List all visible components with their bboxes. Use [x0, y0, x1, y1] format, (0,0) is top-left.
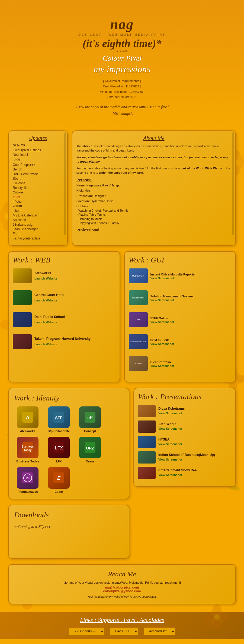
gui-thumb-item-1: MULTISITE R — [129, 268, 148, 283]
list-item: Fantasy-interactive — [13, 236, 63, 240]
pres-info-4: Indian School of Business(Mock-Up) View … — [158, 453, 215, 462]
web-link-1[interactable]: Launch Website — [34, 277, 57, 280]
list-item: Seriph — [13, 167, 63, 171]
supports-select[interactable]: ~~ Supports~~ — [69, 627, 104, 635]
personal-section: Personal Name: Nageswara Rao V Janga Nic… — [76, 178, 231, 232]
requirements-title: [ Colourpixel Requirements ] — [5, 78, 239, 84]
logo-atenworks: A — [17, 406, 38, 428]
work-web-gui-row: Work : WEB Atenworks Launch Website Cent… — [8, 251, 236, 382]
footer-title: Links : Supports . Favs . Accolades — [5, 616, 239, 623]
pres-link-1[interactable]: View Screenshot — [158, 412, 182, 415]
browser: | Internet Explorer 6.0 | — [5, 94, 239, 100]
downloads-panel: Downloads ++Coming in a Jiffy+++ — [8, 505, 129, 559]
logo-label-8: Edgar — [54, 490, 63, 493]
logo-concept: eP — [79, 406, 101, 428]
gui-item-3: stef STEF Online View Screenshot — [129, 312, 232, 330]
identity-grid: A Atenworks STP Stp Collaborate eP — [14, 406, 123, 493]
web-info-4: Takemi Program- Harvard University Launc… — [34, 337, 91, 346]
pres-link-2[interactable]: View Screenshot — [158, 427, 182, 430]
footer-nav: ~~ Supports~~ Fav's +++ Accolades** — [5, 627, 239, 635]
web-info-1: Atenworks Launch Website — [34, 271, 57, 281]
web-info-2: Central Court Hotel Launch Website — [34, 293, 64, 303]
quote-author: - Michelangelo — [65, 110, 179, 117]
web-link-4[interactable]: Launch Website — [34, 343, 57, 346]
gui-thumb-item-3: stef — [129, 312, 148, 327]
pres-info-2: Aten Works View Screenshot — [158, 422, 182, 431]
web-thumb-2 — [13, 290, 32, 305]
updates-date: 06 Jan'05 — [13, 144, 63, 147]
pres-thumb-item-1 — [138, 405, 156, 417]
reach-email2[interactable]: colourpixel@yahoo.com — [14, 589, 230, 593]
gui-link-4[interactable]: View Screenshot — [150, 342, 174, 346]
list-item: Sbert — [13, 177, 63, 180]
logo-label-6: Oranz — [86, 460, 94, 463]
identity-item-4: BusinessToday Business Today — [14, 437, 41, 463]
pres-link-5[interactable]: View Screenshot — [158, 473, 182, 477]
svg-text:A: A — [26, 415, 30, 420]
location-item: Location: Hyderabad, India — [76, 199, 231, 203]
web-link-2[interactable]: Launch Website — [34, 299, 57, 302]
identity-item-7: Ph Pharmamatics — [14, 467, 41, 493]
gui-thumb-item-5: Portfolio — [129, 356, 148, 371]
updates-list: Colourpixel Listings Neosintesi iBlog Co… — [13, 148, 63, 240]
gui-item-5: Portfolio Clear Portfolio View Screensho… — [129, 356, 232, 374]
accolades-select[interactable]: Accolades** — [144, 627, 175, 635]
list-item: xururu — [13, 204, 63, 208]
identity-item-5: LFX LFX — [45, 437, 72, 463]
logo-label-4: Business Today — [16, 460, 39, 463]
pres-link-4[interactable]: View Screenshot — [158, 458, 182, 461]
downloads-title: Downloads — [14, 511, 123, 519]
identity-item-6: ORZ Oranz — [76, 437, 104, 463]
gui-link-2[interactable]: View Screenshot — [150, 298, 193, 302]
requirements: [ Colourpixel Requirements ] Best Viewed… — [5, 78, 239, 100]
gui-link-1[interactable]: View Screenshot — [150, 277, 196, 280]
identity-item-8: E Edgar — [45, 467, 72, 493]
hobby-3: * Listening to Music — [76, 217, 231, 221]
about-para1: The ability to visualize and design has … — [76, 144, 231, 153]
gui-link-3[interactable]: View Screenshot — [150, 320, 174, 324]
min-resolution: Minimum Resolution : 1024X768 | — [5, 89, 239, 95]
list-item: Cool Peeps+++ — [13, 163, 63, 167]
web-thumb-4 — [13, 334, 32, 349]
web-link-3[interactable]: Launch Website — [34, 321, 57, 324]
list-item: idkoda — [13, 209, 63, 213]
scrollbar-about[interactable] — [232, 132, 234, 235]
gui-info-1: Instant Office-Multisite Reporter View S… — [150, 272, 196, 280]
reach-description: ...for any of your Visual design assignm… — [14, 581, 230, 584]
list-item: My Life Calendar — [13, 213, 63, 217]
list-item: iBlog — [13, 157, 63, 161]
identity-item-1: A Atenworks — [14, 406, 41, 433]
updates-title: Updates — [13, 135, 63, 141]
list-item: Yoox — [13, 195, 63, 199]
presentations-title: Work : Presentations — [138, 392, 231, 401]
quote-text: "I saw the angel in the marble and carve… — [65, 104, 179, 110]
identity-presentations-row: Work : Identity A Atenworks STP Stp Coll… — [8, 388, 236, 559]
pres-item-3: HYSEA View Screenshot — [138, 436, 231, 448]
presentations-panel: Work : Presentations Divya Kshetrams Vie… — [133, 388, 236, 487]
pres-item-4: Indian School of Business(Mock-Up) View … — [138, 451, 231, 464]
pres-link-3[interactable]: View Screenshot — [158, 442, 182, 446]
list-item: Colicoba — [13, 181, 63, 185]
scrollbar[interactable] — [64, 132, 66, 235]
logo-edgar: E — [48, 467, 70, 489]
web-thumb-3 — [13, 312, 32, 327]
gui-thumb-item-4: ECM RPRISE COM — [129, 334, 148, 349]
list-item: 93urbandesign — [13, 223, 63, 226]
list-item: Cookie — [13, 190, 63, 194]
list-item: Neosintesi — [13, 153, 63, 157]
gui-link-5[interactable]: View Screenshot — [150, 364, 174, 367]
logo-lfx: LFX — [48, 437, 70, 458]
svg-text:eP: eP — [87, 415, 93, 420]
gui-item-1: MULTISITE R Instant Office-Multisite Rep… — [129, 268, 232, 286]
reach-email1[interactable]: nag@colourpixel.com — [14, 586, 230, 589]
work-web-title: Work : WEB — [13, 256, 115, 264]
gui-info-4: ECM for SOX View Screenshot — [150, 337, 174, 346]
personal-title: Personal — [76, 178, 231, 182]
identity-container: Work : Identity A Atenworks STP Stp Coll… — [8, 388, 129, 559]
about-para3: For the basic idea of having a site of m… — [76, 166, 231, 175]
favs-select[interactable]: Fav's +++ — [110, 627, 138, 635]
main-content: Updates 06 Jan'05 Colourpixel Listings N… — [0, 128, 244, 612]
list-item: Jaan Shenberger — [13, 227, 63, 231]
hobby-4: * Enjoying with Friends & Family — [76, 221, 231, 225]
web-thumb-1 — [13, 268, 32, 283]
